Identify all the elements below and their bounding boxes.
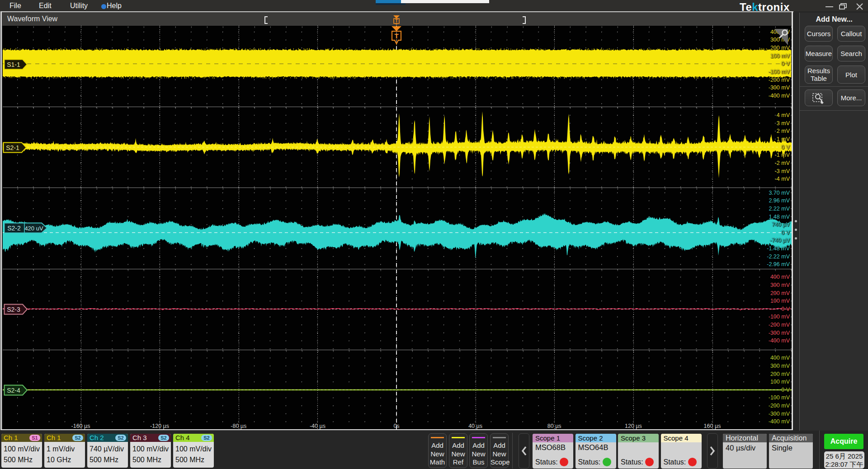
svg-text:S2-1: S2-1 bbox=[6, 144, 19, 151]
svg-text:S2-2: S2-2 bbox=[7, 225, 21, 232]
svg-text:S2-4: S2-4 bbox=[7, 387, 20, 394]
svg-text:420 uV: 420 uV bbox=[24, 225, 43, 232]
svg-text:S1-1: S1-1 bbox=[7, 61, 20, 68]
svg-text:T: T bbox=[394, 32, 398, 40]
svg-text:S2-3: S2-3 bbox=[7, 306, 20, 313]
svg-text:T: T bbox=[395, 19, 398, 23]
